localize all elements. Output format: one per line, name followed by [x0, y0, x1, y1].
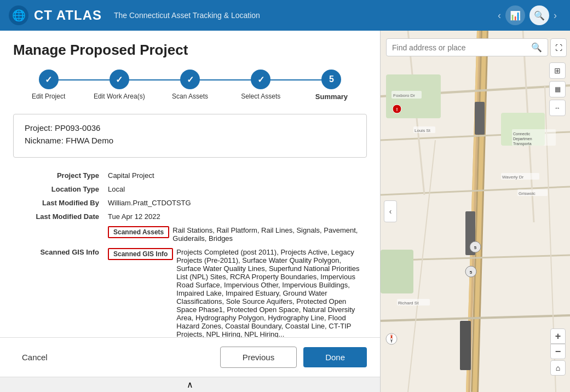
step-4: ✓ Select Assets	[226, 70, 296, 100]
header-icon-group: 📊 🔍	[505, 5, 549, 25]
app-header: 🌐 CT ATLAS The Connecticut Asset Trackin…	[0, 0, 570, 31]
qr-button[interactable]: ▦	[549, 81, 566, 97]
collapse-bar[interactable]: ∧	[0, 377, 380, 392]
svg-text:5: 5	[470, 270, 473, 275]
svg-text:Transporta: Transporta	[513, 142, 532, 146]
svg-text:Foxboro Dr: Foxboro Dr	[393, 93, 415, 98]
scanned-assets-value: Rail Stations, Rail Platform, Rail Lines…	[172, 226, 362, 243]
details-table: Project Type Capital Project Location Ty…	[13, 169, 367, 337]
svg-text:Departmen: Departmen	[513, 137, 532, 141]
home-icon: ⌂	[556, 364, 560, 372]
step-4-circle: ✓	[251, 70, 270, 89]
map-search-icon: 🔍	[531, 42, 542, 53]
map-search-input[interactable]	[392, 43, 531, 52]
zoom-in-button[interactable]: +	[550, 328, 566, 344]
scanned-gis-value-cell: Scanned GIS Info Projects Completed (pos…	[108, 248, 362, 337]
last-modified-date-row: Last Modified Date Tue Apr 12 2022	[13, 210, 367, 223]
step-5-label: Summary	[315, 93, 348, 101]
app-subtitle: The Connecticut Asset Tracking & Locatio…	[114, 11, 260, 20]
previous-button[interactable]: Previous	[220, 347, 297, 368]
done-button[interactable]: Done	[303, 347, 367, 367]
layers-button[interactable]: ⊞	[549, 62, 566, 79]
app-title: CT ATLAS	[34, 8, 102, 23]
scanned-gis-row: Scanned GIS Info Scanned GIS Info Projec…	[13, 245, 367, 337]
project-nickname: Nickname: FHWA Demo	[25, 136, 355, 145]
extent-button[interactable]: ↔	[549, 100, 566, 116]
step-3: ✓ Scan Assets	[154, 70, 225, 100]
logo: 🌐 CT ATLAS The Connecticut Asset Trackin…	[9, 5, 260, 25]
map-svg: Foxboro Dr Louis St Waverly Dr Connectic…	[381, 31, 570, 392]
cancel-button[interactable]: Cancel	[13, 348, 56, 366]
svg-text:N: N	[390, 334, 393, 337]
map-home-button[interactable]: ⌂	[550, 360, 566, 376]
project-type-label: Project Type	[13, 169, 103, 182]
project-info-box: Project: PP093-0036 Nickname: FHWA Demo	[13, 114, 367, 158]
step-3-label: Scan Assets	[172, 93, 208, 100]
svg-text:5: 5	[474, 245, 477, 250]
location-type-label: Location Type	[13, 182, 103, 196]
collapse-icon: ∧	[187, 379, 193, 390]
svg-rect-16	[460, 321, 471, 370]
dashboard-icon-btn[interactable]: 📊	[505, 5, 525, 25]
main-layout: Manage Proposed Project ✓ Edit Project ✓…	[0, 31, 570, 392]
map-panel[interactable]: Foxboro Dr Louis St Waverly Dr Connectic…	[381, 31, 570, 392]
last-modified-by-label: Last Modified By	[13, 196, 103, 210]
svg-text:Richard St: Richard St	[398, 301, 419, 305]
scanned-gis-cell: Scanned GIS Info Projects Completed (pos…	[103, 245, 367, 337]
scanned-gis-value: Projects Completed (post 2011), Projects…	[176, 248, 362, 337]
scanned-assets-label	[13, 223, 103, 245]
project-type-row: Project Type Capital Project	[13, 169, 367, 182]
panel-content: Manage Proposed Project ✓ Edit Project ✓…	[0, 31, 380, 337]
scanned-gis-label-cell: Scanned GIS Info	[13, 245, 103, 337]
last-modified-by-value: William.Pratt_CTDOTSTG	[103, 196, 367, 210]
map-expand-button[interactable]: ⛶	[550, 38, 567, 57]
scanned-assets-cell: Scanned Assets Rail Stations, Rail Platf…	[103, 223, 367, 245]
last-modified-by-row: Last Modified By William.Pratt_CTDOTSTG	[13, 196, 367, 210]
step-1-label: Edit Project	[32, 93, 65, 100]
left-panel: Manage Proposed Project ✓ Edit Project ✓…	[0, 31, 381, 392]
location-type-value: Local	[103, 182, 367, 196]
svg-text:Connectic: Connectic	[513, 132, 531, 136]
scanned-assets-badge: Scanned Assets	[108, 226, 169, 238]
panel-footer: Cancel Previous Done	[0, 337, 380, 377]
scanned-gis-badge: Scanned GIS Info	[108, 248, 173, 260]
project-type-value: Capital Project	[103, 169, 367, 182]
header-nav-left[interactable]: ‹	[493, 8, 505, 24]
map-background: Foxboro Dr Louis St Waverly Dr Connectic…	[381, 31, 570, 392]
step-1-circle: ✓	[39, 70, 59, 89]
step-2-label: Edit Work Area(s)	[94, 93, 145, 100]
svg-text:Griswolc: Griswolc	[519, 191, 536, 196]
svg-text:Waverly Dr: Waverly Dr	[502, 175, 524, 180]
step-2: ✓ Edit Work Area(s)	[84, 70, 154, 100]
last-modified-date-value: Tue Apr 12 2022	[103, 210, 367, 223]
step-1: ✓ Edit Project	[13, 70, 84, 100]
map-compass: N	[385, 332, 398, 348]
header-nav-right[interactable]: ›	[549, 8, 561, 24]
map-search-bar: 🔍	[386, 38, 548, 56]
map-left-nav-button[interactable]: ‹	[384, 200, 397, 222]
project-id: Project: PP093-0036	[25, 123, 355, 132]
svg-rect-19	[381, 250, 413, 293]
step-2-circle: ✓	[110, 70, 129, 89]
step-3-circle: ✓	[180, 70, 200, 89]
page-title: Manage Proposed Project	[13, 42, 367, 59]
step-5-circle: 5	[321, 70, 341, 89]
stepper: ✓ Edit Project ✓ Edit Work Area(s) ✓	[13, 70, 367, 101]
svg-rect-14	[475, 102, 485, 135]
scanned-assets-value-cell: Scanned Assets Rail Stations, Rail Platf…	[108, 226, 362, 243]
svg-text:Louis St: Louis St	[414, 128, 431, 133]
svg-text:!: !	[396, 107, 398, 112]
last-modified-date-label: Last Modified Date	[13, 210, 103, 223]
map-zoom-controls: + −	[550, 328, 566, 359]
step-5: 5 Summary	[296, 70, 367, 101]
zoom-out-button[interactable]: −	[550, 344, 566, 359]
location-type-row: Location Type Local	[13, 182, 367, 196]
search-icon-btn[interactable]: 🔍	[529, 5, 549, 25]
globe-icon: 🌐	[9, 5, 28, 25]
scanned-assets-row: Scanned Assets Rail Stations, Rail Platf…	[13, 223, 367, 245]
map-controls-right: ⊞ ▦ ↔	[549, 62, 566, 116]
step-4-label: Select Assets	[241, 93, 280, 100]
